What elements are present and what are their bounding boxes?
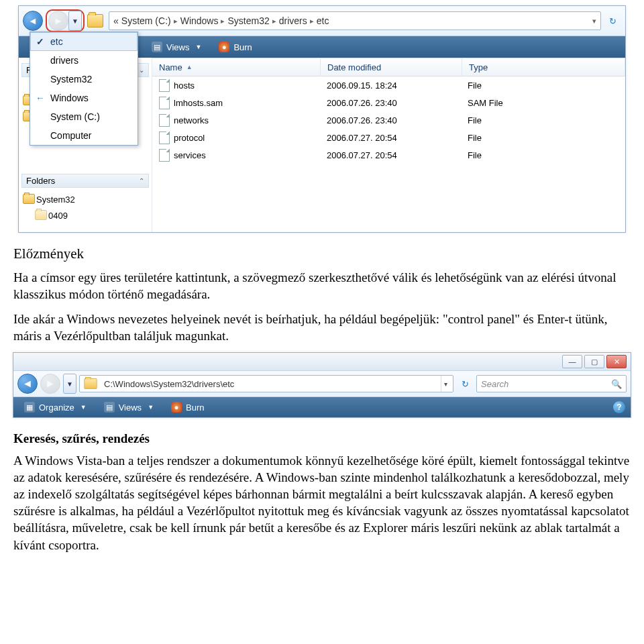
history-item[interactable]: System32 xyxy=(30,70,138,89)
document-body: Előzmények Ha a címsor egy üres területé… xyxy=(13,245,631,344)
back-button[interactable]: ◄ xyxy=(17,374,38,394)
paragraph: Ha a címsor egy üres területére kattintu… xyxy=(13,269,631,303)
file-name: networks xyxy=(174,115,209,125)
help-icon[interactable]: ? xyxy=(613,401,625,413)
views-icon: ▤ xyxy=(104,402,115,413)
tree-item[interactable]: System32 xyxy=(21,192,149,208)
file-name: hosts xyxy=(174,80,195,91)
file-list: Name▲ Date modified Type hosts2006.09.15… xyxy=(152,58,625,232)
file-date: 2006.09.15. 18:24 xyxy=(320,80,461,91)
maximize-button[interactable]: ▢ xyxy=(584,355,604,368)
chevron-down-icon[interactable]: ▾ xyxy=(592,17,596,25)
chevron-right-icon: ▸ xyxy=(174,17,178,25)
explorer-toolbar: ▦Organize▼ ▤Views▼ ●Burn ? xyxy=(13,397,631,417)
breadcrumb[interactable]: « System (C:)▸ Windows▸ System32▸ driver… xyxy=(109,11,601,30)
col-name[interactable]: Name▲ xyxy=(152,58,321,76)
file-type: File xyxy=(461,133,625,143)
history-item[interactable]: Computer xyxy=(30,126,138,145)
back-button[interactable]: ◄ xyxy=(23,11,43,31)
tree-item[interactable]: 0409 xyxy=(34,208,149,224)
history-item[interactable]: Windows xyxy=(30,89,138,107)
burn-button[interactable]: ●Burn xyxy=(166,400,209,415)
file-row[interactable]: networks2006.07.26. 23:40File xyxy=(152,111,625,129)
file-icon xyxy=(159,114,170,127)
chevron-right-icon: ▸ xyxy=(272,17,276,25)
explorer-screenshot-1: ◄ ► ▼ « System (C:)▸ Windows▸ System32▸ … xyxy=(18,5,626,233)
explorer-screenshot-2: — ▢ ✕ ◄ ► ▼ C:\Windows\System32\drivers\… xyxy=(13,352,631,418)
col-type[interactable]: Type xyxy=(462,58,625,76)
breadcrumb-seg[interactable]: « xyxy=(113,15,119,26)
file-date: 2006.07.26. 23:40 xyxy=(320,98,461,108)
history-item[interactable]: etc xyxy=(30,32,138,51)
folder-icon xyxy=(84,378,97,389)
history-dropdown-button[interactable]: ▼ xyxy=(63,374,76,394)
search-placeholder: Search xyxy=(481,379,508,389)
folder-icon xyxy=(87,14,103,28)
chevron-down-icon: ⌄ xyxy=(139,66,144,74)
file-icon xyxy=(159,79,170,92)
organize-button[interactable]: ▦Organize▼ xyxy=(19,400,92,415)
file-icon xyxy=(159,149,170,162)
file-icon xyxy=(159,97,170,109)
organize-icon: ▦ xyxy=(24,402,35,413)
file-type: File xyxy=(461,150,625,160)
address-input[interactable]: C:\Windows\System32\drivers\etc ▾ xyxy=(79,375,453,392)
folders-header[interactable]: Folders⌃ xyxy=(21,174,149,188)
refresh-icon[interactable]: ↻ xyxy=(604,12,621,30)
burn-button[interactable]: ●Burn xyxy=(213,40,257,54)
breadcrumb-seg[interactable]: System (C:) xyxy=(121,15,171,26)
history-item[interactable]: drivers xyxy=(30,51,138,70)
breadcrumb-seg[interactable]: etc xyxy=(317,15,329,26)
file-name: lmhosts.sam xyxy=(174,98,223,108)
breadcrumb-seg[interactable]: drivers xyxy=(279,15,307,26)
history-dropdown-button[interactable]: ▼ xyxy=(68,11,82,31)
file-date: 2006.07.27. 20:54 xyxy=(320,133,461,143)
history-dropdown: etc drivers System32 Windows System (C:)… xyxy=(30,32,138,146)
file-date: 2006.07.27. 20:54 xyxy=(320,150,461,160)
heading-elozmenyek: Előzmények xyxy=(13,245,631,264)
chevron-right-icon: ▸ xyxy=(310,17,314,25)
file-type: File xyxy=(461,80,625,91)
file-row[interactable]: services2006.07.27. 20:54File xyxy=(152,146,625,164)
breadcrumb-seg[interactable]: Windows xyxy=(180,15,219,26)
file-date: 2006.07.26. 23:40 xyxy=(320,115,461,125)
views-button[interactable]: ▤Views▼ xyxy=(99,400,159,415)
file-row[interactable]: hosts2006.09.15. 18:24File xyxy=(152,76,625,94)
forward-button[interactable]: ► xyxy=(40,374,60,394)
folder-icon xyxy=(23,194,35,204)
file-name: protocol xyxy=(174,133,205,143)
burn-icon: ● xyxy=(171,402,182,413)
sort-asc-icon: ▲ xyxy=(186,64,193,70)
paragraph: A Windows Vista-ban a teljes rendszer a … xyxy=(13,452,631,553)
close-button[interactable]: ✕ xyxy=(606,355,627,368)
folder-icon xyxy=(35,210,47,220)
window-titlebar: — ▢ ✕ xyxy=(13,353,631,371)
file-row[interactable]: protocol2006.07.27. 20:54File xyxy=(152,129,625,146)
breadcrumb-seg[interactable]: System32 xyxy=(227,15,269,26)
file-row[interactable]: lmhosts.sam2006.07.26. 23:40SAM File xyxy=(152,94,625,111)
paragraph: Ide akár a Windows nevezetes helyeinek n… xyxy=(13,311,631,344)
chevron-right-icon: ▸ xyxy=(221,17,225,25)
column-headers: Name▲ Date modified Type xyxy=(152,58,625,76)
annotation-highlight: ► ▼ xyxy=(46,9,85,32)
col-date[interactable]: Date modified xyxy=(321,58,462,76)
forward-button[interactable]: ► xyxy=(48,11,68,31)
history-item[interactable]: System (C:) xyxy=(30,107,138,126)
path-text: C:\Windows\System32\drivers\etc xyxy=(101,379,441,389)
search-icon: 🔍 xyxy=(611,379,622,389)
views-button[interactable]: ▤Views▼ xyxy=(146,40,207,54)
heading-kereses: Keresés, szűrés, rendezés xyxy=(13,430,631,447)
file-name: services xyxy=(174,150,206,160)
views-icon: ▤ xyxy=(152,42,162,52)
chevron-up-icon: ⌃ xyxy=(139,177,144,184)
document-body: Keresés, szűrés, rendezés A Windows Vist… xyxy=(13,430,631,553)
burn-icon: ● xyxy=(219,42,229,52)
file-type: File xyxy=(461,115,625,125)
search-input[interactable]: Search 🔍 xyxy=(476,375,627,392)
file-type: SAM File xyxy=(461,98,625,108)
address-bar: ◄ ► ▼ C:\Windows\System32\drivers\etc ▾ … xyxy=(13,371,631,397)
refresh-icon[interactable]: ↻ xyxy=(456,375,474,392)
chevron-down-icon[interactable]: ▾ xyxy=(441,376,450,392)
minimize-button[interactable]: — xyxy=(562,355,582,368)
file-icon xyxy=(159,131,170,144)
